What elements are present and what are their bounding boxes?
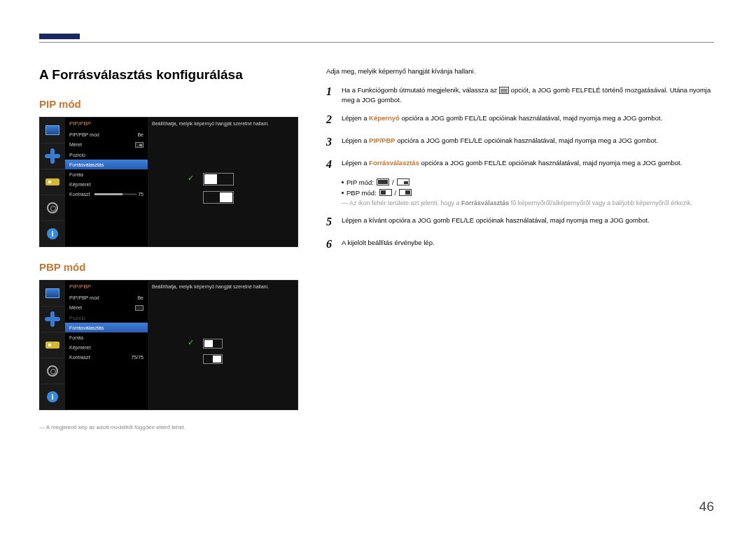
step-num: 2 <box>326 111 342 128</box>
info-icon: i <box>47 228 58 239</box>
layout-icon-main <box>203 173 234 185</box>
menu-row-contrast: Kontraszt75 <box>65 189 148 199</box>
pip-heading: PIP mód <box>39 98 311 110</box>
header-rule <box>39 42 714 43</box>
choice-row-2 <box>188 354 258 364</box>
osd-menu-title: PIP/PBP <box>65 281 148 293</box>
menu-row-source: Forrás <box>65 169 148 179</box>
slider-icon <box>46 342 59 349</box>
menu-row-imgsize: Képméret <box>65 179 148 189</box>
step-6: 6 A kijelölt beállítás érvénybe lép. <box>326 236 714 253</box>
monitor-icon <box>46 288 59 298</box>
info-icon: i <box>47 391 58 402</box>
osd-menu: PIP/PBP PIP/PBP módBe Méret Pozíció Forr… <box>65 118 148 246</box>
osd-panel: Beállíthatja, melyik képernyő hangját sz… <box>148 118 298 246</box>
pip-mode-line: PIP mód: / <box>342 178 714 186</box>
menu-row-size: Méret <box>65 302 148 313</box>
choice-row-2 <box>188 191 258 204</box>
layout-icon-right <box>203 354 223 364</box>
osd-sidebar: i <box>40 281 65 409</box>
pip-icon-b <box>397 178 410 185</box>
step-num: 6 <box>326 236 342 253</box>
osd-menu-title: PIP/PBP <box>65 118 148 129</box>
osd-panel: Beállíthatja, melyik képernyő hangját sz… <box>148 281 298 409</box>
pbp-heading: PBP mód <box>39 261 311 273</box>
menu-row-contrast: Kontraszt75/75 <box>65 352 148 362</box>
step-num: 4 <box>326 156 342 173</box>
menu-row-source-sel: Forrásválasztás <box>65 323 148 332</box>
joystick-icon <box>45 311 60 327</box>
menu-row-size: Méret <box>65 139 148 150</box>
page-number: 46 <box>699 499 714 514</box>
step-num: 3 <box>326 134 342 150</box>
choice-row-1 <box>188 339 258 349</box>
intro-text: Adja meg, melyik képernyő hangját kívánj… <box>326 67 714 75</box>
menu-row-pos: Pozíció <box>65 313 148 323</box>
step-num: 1 <box>326 83 342 106</box>
step-3: 3 Lépjen a PIP/PBP opcióra a JOG gomb FE… <box>326 134 714 150</box>
osd-menu: PIP/PBP PIP/PBP módBe Méret Pozíció Forr… <box>65 281 148 409</box>
pbp-mode-line: PBP mód: / <box>342 189 714 197</box>
menu-icon <box>499 87 509 94</box>
check-icon <box>188 340 196 346</box>
gear-icon <box>47 365 58 377</box>
model-footnote: ― A megjelenő kép az adott modelltől füg… <box>39 424 311 430</box>
step-5: 5 Lépjen a kívánt opcióra a JOG gomb FEL… <box>326 213 714 230</box>
osd-tip: Beállíthatja, melyik képernyő hangját sz… <box>148 118 298 129</box>
menu-row-pos: Pozíció <box>65 150 148 160</box>
osd-sidebar: i <box>40 118 65 246</box>
header-accent <box>39 34 80 39</box>
check-icon-off <box>188 356 196 362</box>
slider-icon <box>46 178 59 185</box>
osd-preview-pip: i PIP/PBP PIP/PBP módBe Méret Pozíció Fo… <box>39 117 298 247</box>
osd-preview-pbp: i PIP/PBP PIP/PBP módBe Méret Pozíció Fo… <box>39 280 298 410</box>
step-4: 4 Lépjen a Forrásválasztás opcióra a JOG… <box>326 156 714 173</box>
menu-row-source: Forrás <box>65 332 148 342</box>
choice-row-1 <box>188 173 258 185</box>
pbp-icon-a <box>379 189 392 196</box>
step-1: 1 Ha a Funkciógomb útmutató megjelenik, … <box>326 83 714 106</box>
monitor-icon <box>46 125 59 135</box>
pbp-icon-b <box>399 189 412 196</box>
menu-row-source-sel: Forrásválasztás <box>65 160 148 169</box>
gear-icon <box>47 202 58 213</box>
layout-icon-left <box>203 339 223 349</box>
osd-tip: Beállíthatja, melyik képernyő hangját sz… <box>148 281 298 293</box>
step-num: 5 <box>326 213 342 230</box>
menu-row-mode: PIP/PBP módBe <box>65 293 148 302</box>
joystick-icon <box>45 148 60 164</box>
layout-icon-sub <box>203 191 234 204</box>
page-title: A Forrásválasztás konfigurálása <box>39 67 311 83</box>
menu-row-mode: PIP/PBP módBe <box>65 129 148 139</box>
step-2: 2 Lépjen a Képernyő opcióra a JOG gomb F… <box>326 111 714 128</box>
check-icon-off <box>188 194 196 200</box>
icon-note: ― Az ikon fehér területe azt jelenti, ho… <box>342 199 714 206</box>
check-icon <box>188 176 196 182</box>
pip-icon-a <box>377 178 389 185</box>
menu-row-imgsize: Képméret <box>65 342 148 352</box>
